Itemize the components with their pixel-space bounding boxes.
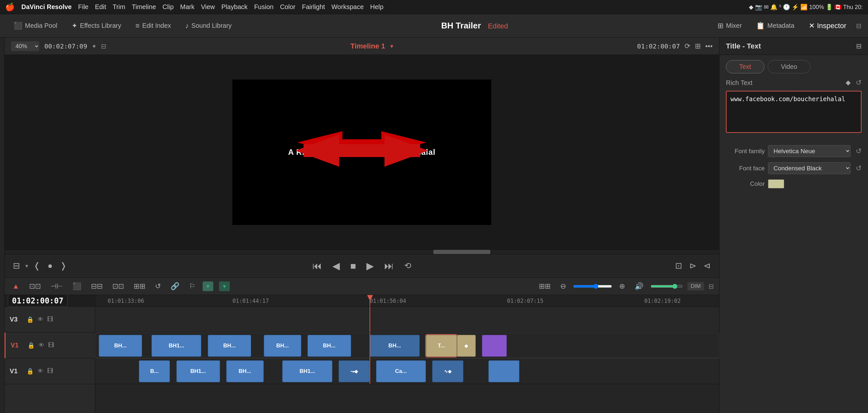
view-dropdown-icon[interactable]: ▾	[25, 263, 28, 270]
timeline-dropdown-icon[interactable]: ▾	[390, 43, 393, 50]
flag-color-selector[interactable]: ▾	[203, 281, 213, 291]
menu-edit[interactable]: Edit	[95, 3, 106, 11]
track-v1-lower-row[interactable]: B... BH1... BH... BH1... ↝◆ Ca... ∿◆	[95, 358, 719, 384]
play-button[interactable]: ▶	[364, 258, 376, 273]
clip-bh3[interactable]: BH...	[208, 335, 251, 357]
rich-text-diamond-icon[interactable]: ◆	[846, 78, 850, 87]
clip-purple[interactable]	[482, 335, 507, 357]
scrub-thumb[interactable]	[433, 250, 491, 254]
clip-bh2[interactable]: BH1...	[152, 335, 201, 357]
slide-tool[interactable]: ⊡⊡	[110, 281, 127, 292]
metadata-button[interactable]: 📋 Metadata	[749, 19, 801, 33]
monitor-layout-icon[interactable]: ⊞⊞	[536, 281, 553, 292]
track-film-icon-3[interactable]: 🎞	[47, 368, 53, 375]
dim-label[interactable]: DIM	[687, 282, 704, 290]
clip-bh1[interactable]: BH...	[99, 335, 143, 357]
marker-color-selector[interactable]: ▾	[219, 281, 230, 291]
clip-wave[interactable]: ∿◆	[432, 360, 463, 382]
clip-title-selected[interactable]: T...	[426, 335, 457, 357]
full-screen-button[interactable]: ⊡	[673, 259, 684, 273]
app-name[interactable]: DaVinci Resolve	[21, 3, 71, 11]
inspector-button[interactable]: ✕ Inspector	[802, 19, 854, 33]
view-layout-button[interactable]: ⊟	[11, 259, 22, 273]
font-face-reset-icon[interactable]: ↺	[856, 164, 862, 173]
next-nav-button[interactable]: ❭	[58, 259, 69, 273]
edit-index-button[interactable]: ≡ Edit Index	[128, 19, 178, 33]
rich-text-input[interactable]: www.facebook.com/boucheriehalal	[726, 91, 862, 133]
blade-tool[interactable]: ⬛	[70, 281, 84, 292]
tab-text[interactable]: Text	[726, 60, 765, 73]
clip-with-diamond[interactable]: ↝◆	[339, 360, 370, 382]
clip-bh2b[interactable]: BH...	[226, 360, 264, 382]
menu-color[interactable]: Color	[280, 3, 296, 11]
prev-nav-button[interactable]: ❬	[31, 259, 42, 273]
timeline-tracks[interactable]: 01:01:33:06 01:01:44:17 01:01:56:04 01:0…	[95, 295, 719, 413]
zoom-slider[interactable]	[573, 284, 612, 289]
effects-library-button[interactable]: ✦ Effects Library	[64, 19, 128, 33]
clip-bh4[interactable]: BH...	[264, 335, 301, 357]
color-swatch[interactable]	[768, 179, 784, 188]
apple-menu[interactable]: 🍎	[5, 3, 15, 12]
inspector-close-icon[interactable]: ⊟	[856, 42, 862, 50]
sync-icon[interactable]: ⟳	[684, 42, 690, 50]
zoom-select[interactable]: 40% 50% 75% 100%	[11, 41, 39, 51]
menu-file[interactable]: File	[78, 3, 88, 11]
zoom-out-icon[interactable]: ⊖	[558, 281, 569, 292]
trim-tool[interactable]: ⊡⊡	[27, 281, 43, 292]
menu-trim[interactable]: Trim	[113, 3, 125, 11]
menu-playback[interactable]: Playback	[221, 3, 248, 11]
gap-tool[interactable]: ⊞⊞	[131, 281, 148, 292]
sound-library-button[interactable]: ♪ Sound Library	[178, 19, 239, 33]
undo-icon[interactable]: ↺	[152, 281, 163, 292]
loop-button[interactable]: ⟲	[402, 259, 413, 273]
menu-view[interactable]: View	[201, 3, 215, 11]
clip-blue-end[interactable]	[488, 360, 520, 382]
stop-button[interactable]: ■	[348, 259, 358, 273]
menu-fusion[interactable]: Fusion	[254, 3, 274, 11]
timeline-selector[interactable]: Timeline 1	[350, 42, 385, 50]
menu-fairlight[interactable]: Fairlight	[302, 3, 325, 11]
more-icon[interactable]: •••	[705, 42, 713, 50]
flag-icon[interactable]: ⚐	[186, 281, 198, 292]
menu-help[interactable]: Help	[370, 3, 383, 11]
clip-ca[interactable]: Ca...	[376, 360, 426, 382]
track-view-icon-3[interactable]: 👁	[37, 368, 43, 375]
slip-tool[interactable]: ⊟⊟	[88, 281, 105, 292]
expand-icon[interactable]: ⊟	[101, 42, 106, 50]
volume-icon[interactable]: 🔊	[632, 281, 646, 292]
track-lock-icon-2[interactable]: 🔒	[28, 342, 35, 349]
link-icon[interactable]: 🔗	[168, 281, 182, 292]
skip-to-start-button[interactable]: ⏮	[310, 259, 324, 273]
track-v1-selected-row[interactable]: BH... BH1... BH... BH... BH... BH... T..…	[95, 333, 719, 358]
menu-timeline[interactable]: Timeline	[132, 3, 156, 11]
menu-mark[interactable]: Mark	[180, 3, 194, 11]
toolbar-expand-icon[interactable]: ⊟	[856, 22, 862, 30]
track-film-icon[interactable]: 🎞	[47, 316, 53, 323]
clip-diamond[interactable]: ◆	[457, 335, 476, 357]
track-view-icon-2[interactable]: 👁	[38, 342, 44, 349]
track-view-icon[interactable]: 👁	[37, 316, 43, 323]
tab-video[interactable]: Video	[768, 60, 811, 73]
volume-slider[interactable]	[651, 284, 683, 289]
scrub-bar[interactable]	[4, 249, 719, 254]
rich-text-reset-icon[interactable]: ↺	[856, 78, 862, 87]
next-clip-button[interactable]: ⊳	[687, 259, 699, 273]
font-face-select[interactable]: Condensed Black	[768, 162, 850, 174]
dynamic-trim-tool[interactable]: ⊣⊢	[48, 281, 65, 292]
menu-clip[interactable]: Clip	[162, 3, 174, 11]
skip-to-end-button[interactable]: ⏭	[382, 259, 396, 273]
font-family-select[interactable]: Helvetica Neue	[768, 145, 850, 157]
media-pool-button[interactable]: ⬛ Media Pool	[6, 19, 64, 33]
layout-icon[interactable]: ⊞	[695, 42, 701, 50]
audio-expand-icon[interactable]: ⊟	[708, 282, 714, 290]
zoom-in-icon[interactable]: ⊕	[617, 281, 627, 292]
clip-bh1b[interactable]: BH1...	[176, 360, 220, 382]
clip-b1[interactable]: B...	[139, 360, 170, 382]
menu-workspace[interactable]: Workspace	[332, 3, 364, 11]
track-lock-icon[interactable]: 🔒	[27, 316, 34, 323]
clip-bh6[interactable]: BH...	[370, 335, 420, 357]
font-family-reset-icon[interactable]: ↺	[856, 147, 862, 156]
clip-bh1c[interactable]: BH1...	[282, 360, 332, 382]
track-lock-icon-3[interactable]: 🔒	[27, 368, 34, 375]
clip-bh5[interactable]: BH...	[307, 335, 351, 357]
